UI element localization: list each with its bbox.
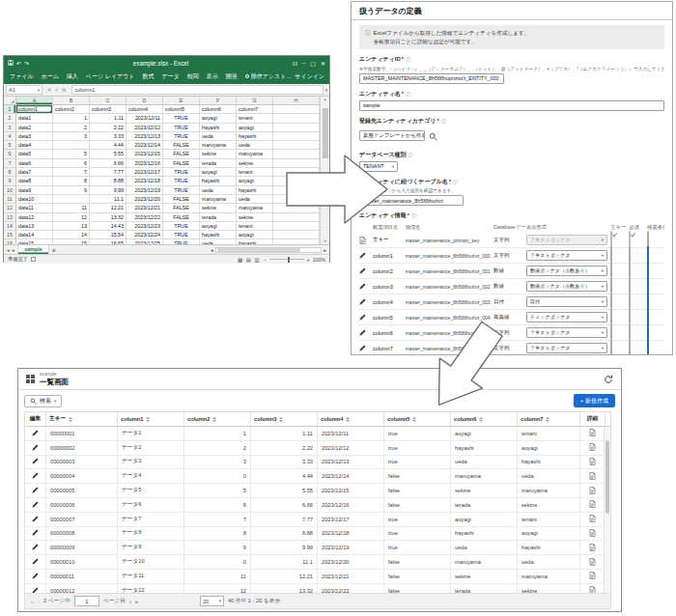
cell-F11[interactable]: maruyama bbox=[200, 195, 237, 204]
cell-G16[interactable]: hayashi bbox=[237, 239, 273, 244]
cell-A15[interactable]: data14 bbox=[16, 231, 53, 239]
cell-G12[interactable]: maruyama bbox=[237, 204, 273, 212]
cell-E3[interactable]: TRUE bbox=[163, 124, 200, 132]
macro-record-icon[interactable] bbox=[31, 257, 36, 262]
cell-C6[interactable]: 5.55 bbox=[90, 150, 127, 158]
row-header-6[interactable]: 6 bbox=[4, 150, 16, 158]
cell-D12[interactable]: 2023/12/21 bbox=[127, 204, 163, 212]
edit-row-button[interactable] bbox=[32, 430, 39, 437]
ribbon-tab-6[interactable]: 校閲 bbox=[183, 70, 203, 83]
cell-D1[interactable]: column4 bbox=[127, 105, 163, 114]
cell-B16[interactable]: 15 bbox=[53, 239, 90, 244]
close-icon[interactable]: ✕ bbox=[321, 60, 325, 67]
cell-A7[interactable]: data6 bbox=[16, 159, 53, 168]
detail-button[interactable] bbox=[589, 500, 596, 509]
edit-item-button[interactable] bbox=[359, 298, 373, 305]
cell-D15[interactable]: 2023/12/24 bbox=[127, 231, 163, 239]
cell-B13[interactable]: 12 bbox=[53, 213, 90, 222]
next-page-icon[interactable]: › bbox=[129, 599, 131, 604]
cell-A13[interactable]: data12 bbox=[16, 213, 53, 222]
help-icon[interactable]: ⓘ bbox=[406, 91, 410, 97]
cell-C16[interactable]: 16.65 bbox=[90, 239, 127, 244]
select-all-corner[interactable] bbox=[4, 97, 16, 104]
detail-button[interactable] bbox=[589, 558, 596, 567]
cell-C1[interactable]: column3 bbox=[90, 105, 127, 114]
cell-A6[interactable]: data5 bbox=[16, 150, 53, 158]
cell-F4[interactable]: ueda bbox=[200, 132, 237, 141]
search-checkbox[interactable] bbox=[647, 339, 649, 355]
insert-function-icon[interactable]: fx bbox=[62, 87, 66, 93]
list-col-header-4[interactable]: column3 bbox=[251, 412, 318, 426]
ribbon-tab-0[interactable]: ファイル bbox=[6, 70, 38, 83]
cell-B11[interactable] bbox=[53, 195, 90, 204]
cell-C11[interactable]: 11.1 bbox=[90, 195, 127, 204]
entity-name-input[interactable]: sample bbox=[359, 100, 664, 111]
cell-G11[interactable]: ueda bbox=[237, 195, 273, 204]
cell-E4[interactable]: TRUE bbox=[163, 132, 200, 141]
list-col-header-7[interactable]: column6 bbox=[451, 412, 518, 426]
edit-item-button[interactable] bbox=[359, 267, 373, 274]
cell-H5[interactable] bbox=[273, 141, 320, 150]
sheet-tab-sample[interactable]: sample bbox=[17, 245, 48, 254]
cell-B12[interactable]: 11 bbox=[53, 204, 90, 212]
sort-icon[interactable] bbox=[279, 417, 283, 422]
cell-H14[interactable] bbox=[273, 222, 320, 231]
cell-A16[interactable]: data15 bbox=[16, 239, 53, 244]
cell-E10[interactable]: TRUE bbox=[163, 186, 200, 195]
list-vertical-scrollbar[interactable] bbox=[604, 427, 610, 593]
page-number-input[interactable]: 1 bbox=[74, 596, 99, 606]
cell-D11[interactable]: 2023/12/20 bbox=[127, 195, 163, 204]
zoom-in-icon[interactable]: + bbox=[307, 257, 310, 263]
detail-button[interactable] bbox=[589, 586, 596, 593]
cancel-icon[interactable]: ✕ bbox=[47, 87, 52, 93]
cell-G8[interactable]: tenant bbox=[237, 168, 273, 177]
entity-id-input[interactable]: MASTER_MAINTENANCE_8h566hupnzoo!t_ENTITY… bbox=[359, 73, 504, 84]
prev-page-icon[interactable]: ‹ bbox=[38, 599, 40, 604]
column-header-F[interactable]: F bbox=[200, 97, 237, 104]
list-col-header-2[interactable]: column1 bbox=[118, 412, 184, 426]
edit-item-button[interactable] bbox=[359, 283, 373, 290]
cell-B15[interactable]: 14 bbox=[53, 231, 90, 239]
scrollbar-thumb[interactable] bbox=[606, 440, 609, 514]
maximize-icon[interactable]: ▢ bbox=[310, 60, 316, 67]
undo-icon[interactable]: ↶ bbox=[16, 60, 21, 67]
name-box[interactable]: A1▾ bbox=[6, 85, 42, 95]
column-header-B[interactable]: B bbox=[53, 97, 90, 104]
cell-H2[interactable] bbox=[273, 114, 320, 123]
ribbon-tab-3[interactable]: ページ レイアウト bbox=[82, 70, 139, 83]
cell-C7[interactable]: 6.66 bbox=[90, 159, 127, 168]
help-icon[interactable]: ⓘ bbox=[408, 152, 413, 157]
cell-D5[interactable]: 2023/12/14 bbox=[127, 141, 163, 150]
sort-icon[interactable] bbox=[146, 417, 150, 422]
enter-icon[interactable]: ✓ bbox=[55, 87, 60, 93]
row-header-2[interactable]: 2 bbox=[4, 114, 16, 123]
cell-C3[interactable]: 2.22 bbox=[90, 124, 127, 132]
ribbon-tab-8[interactable]: 開発 bbox=[222, 70, 241, 83]
cell-H12[interactable] bbox=[273, 204, 320, 212]
cell-A10[interactable]: data9 bbox=[16, 186, 53, 195]
cell-D8[interactable]: 2023/12/17 bbox=[127, 168, 163, 177]
sheet-next-icon[interactable]: ▸ bbox=[13, 247, 15, 253]
category-input[interactable]: 業務テンプレートから作成 bbox=[359, 130, 425, 141]
minimize-icon[interactable]: – bbox=[302, 60, 305, 66]
detail-button[interactable] bbox=[589, 515, 596, 523]
cell-F7[interactable]: terada bbox=[200, 159, 237, 168]
cell-E5[interactable]: FALSE bbox=[163, 141, 200, 150]
column-header-D[interactable]: D bbox=[127, 97, 163, 104]
cell-E1[interactable]: column5 bbox=[163, 105, 200, 114]
cell-G5[interactable]: ueda bbox=[237, 141, 273, 150]
add-sheet-icon[interactable]: ⊕ bbox=[52, 247, 56, 253]
row-header-12[interactable]: 12 bbox=[4, 204, 16, 212]
cell-G4[interactable]: hayashi bbox=[237, 132, 273, 141]
cell-D7[interactable]: 2023/12/16 bbox=[127, 159, 163, 168]
cell-B2[interactable]: 1 bbox=[53, 114, 90, 123]
cell-C13[interactable]: 13.32 bbox=[90, 213, 127, 222]
edit-item-button[interactable] bbox=[359, 329, 373, 336]
edit-row-button[interactable] bbox=[32, 573, 39, 580]
sort-icon[interactable] bbox=[412, 417, 416, 422]
pk-checkbox[interactable] bbox=[610, 339, 612, 355]
cell-B3[interactable]: 2 bbox=[53, 124, 90, 132]
cell-B5[interactable] bbox=[53, 141, 90, 150]
cell-F3[interactable]: hayashi bbox=[200, 124, 237, 132]
cell-F1[interactable]: column6 bbox=[200, 105, 237, 114]
